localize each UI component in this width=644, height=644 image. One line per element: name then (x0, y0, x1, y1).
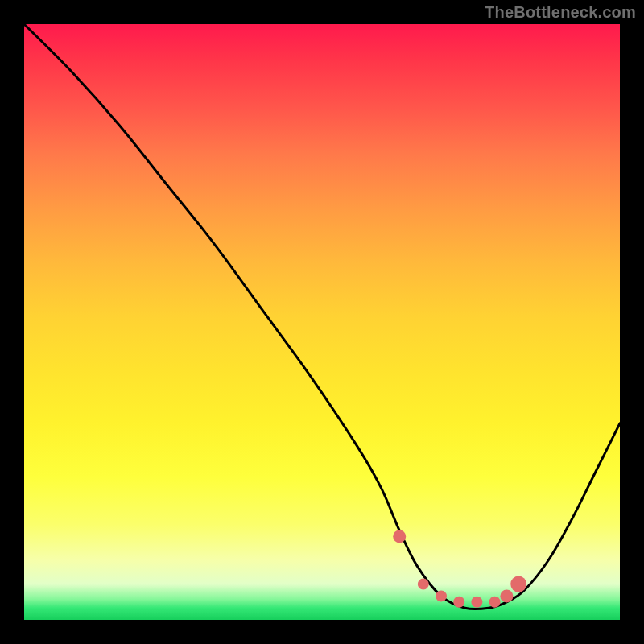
marker-dot (510, 576, 526, 592)
bottleneck-curve (24, 24, 620, 609)
marker-dot (453, 597, 464, 608)
marker-dot (393, 530, 406, 543)
marker-dot (471, 597, 482, 608)
marker-group (393, 530, 526, 607)
watermark-label: TheBottleneck.com (485, 3, 636, 22)
marker-dot (500, 589, 513, 602)
curve-layer (24, 24, 620, 609)
chart-svg (24, 24, 620, 620)
plot-area (24, 24, 620, 620)
marker-dot (418, 579, 429, 590)
marker-dot (436, 590, 447, 601)
marker-dot (489, 597, 501, 608)
chart-frame: TheBottleneck.com (0, 0, 644, 644)
